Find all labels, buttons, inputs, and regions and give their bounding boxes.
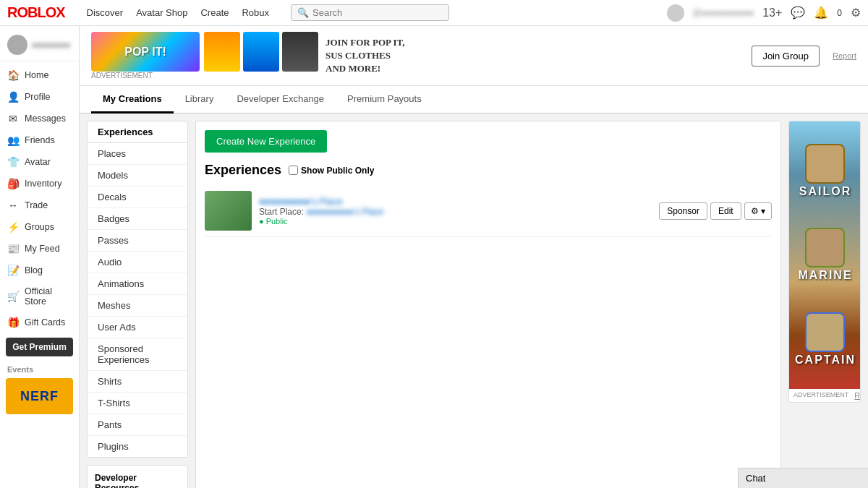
left-nav-passes[interactable]: Passes <box>88 230 187 252</box>
sidebar-label-official-store: Official Store <box>25 286 72 307</box>
show-public-label[interactable]: Show Public Only <box>289 166 374 176</box>
nav-links: Discover Avatar Shop Create Robux <box>87 7 270 18</box>
tab-developer-exchange[interactable]: Developer Exchange <box>225 86 336 114</box>
left-nav-experiences[interactable]: Experiences <box>88 121 187 143</box>
trade-icon: ↔ <box>7 200 19 211</box>
search-icon: 🔍 <box>297 7 309 18</box>
create-new-experience-button[interactable]: Create New Experience <box>205 130 327 153</box>
dev-resources-box: Developer Resources Studio Docs Communit… <box>87 465 188 488</box>
sidebar-label-groups: Groups <box>25 222 54 232</box>
nav-avatar-shop[interactable]: Avatar Shop <box>136 7 187 18</box>
left-nav-decals[interactable]: Decals <box>88 187 187 208</box>
right-ad-bottom: ADVERTISEMENT Report <box>789 389 860 402</box>
sidebar-item-inventory[interactable]: 🎒 Inventory <box>0 173 79 194</box>
right-ad: SAILOR MARINE CAPTAIN ADVERTISEMENT <box>788 121 861 488</box>
right-ad-box: SAILOR MARINE CAPTAIN ADVERTISEMENT <box>788 121 861 403</box>
get-premium-button[interactable]: Get Premium <box>6 338 73 356</box>
right-ad-report-link[interactable]: Report <box>854 391 861 400</box>
nav-create[interactable]: Create <box>200 7 229 18</box>
username-display[interactable]: @●●●●●●●●●● <box>693 8 754 18</box>
toy-3 <box>282 32 318 72</box>
nerf-event-banner[interactable]: NERF <box>6 378 73 414</box>
left-nav: Experiences Places Models Decals Badges … <box>87 121 188 488</box>
experience-thumbnail <box>205 191 252 231</box>
notifications-icon[interactable]: 🔔 <box>814 6 828 20</box>
tab-my-creations[interactable]: My Creations <box>91 86 174 114</box>
soldier-marine: MARINE <box>798 228 852 282</box>
show-public-text: Show Public Only <box>301 166 374 176</box>
sidebar-label-blog: Blog <box>25 265 43 275</box>
experience-name[interactable]: ●●●●●●●●●'s Place <box>259 196 652 207</box>
sidebar-item-avatar[interactable]: 👕 Avatar <box>0 151 79 173</box>
left-nav-sponsored-exp[interactable]: Sponsored Experiences <box>88 338 187 371</box>
chat-icon[interactable]: 💬 <box>791 6 805 20</box>
left-nav-meshes[interactable]: Meshes <box>88 295 187 317</box>
experience-start-place: Start Place: ●●●●●●●●●'s Place <box>259 207 652 217</box>
right-ad-image: SAILOR MARINE CAPTAIN <box>789 121 861 389</box>
soldier-sailor: SAILOR <box>799 144 851 198</box>
nav-robux[interactable]: Robux <box>242 7 269 18</box>
pop-it-toys <box>204 32 318 72</box>
left-nav-models[interactable]: Models <box>88 165 187 187</box>
groups-icon: ⚡ <box>7 221 19 233</box>
tab-library[interactable]: Library <box>174 86 226 114</box>
experiences-heading: Experiences <box>205 163 281 178</box>
sidebar-item-official-store[interactable]: 🛒 Official Store <box>0 281 79 312</box>
left-nav-pants[interactable]: Pants <box>88 414 187 436</box>
sidebar-item-groups[interactable]: ⚡ Groups <box>0 216 79 238</box>
sidebar-avatar[interactable] <box>7 35 27 55</box>
sidebar-item-friends[interactable]: 👥 Friends <box>0 129 79 151</box>
sidebar-item-messages[interactable]: ✉ Messages <box>0 108 79 129</box>
store-icon: 🛒 <box>7 291 19 302</box>
chat-bar[interactable]: Chat <box>738 468 868 488</box>
main-content: POP IT! ADVERTISEMENT JOIN FOR POP IT,SU… <box>80 26 868 488</box>
sidebar-item-profile[interactable]: 👤 Profile <box>0 86 79 108</box>
age-rating: 13+ <box>762 7 782 20</box>
start-place-label: Start Place: <box>259 207 304 217</box>
experience-info: ●●●●●●●●●'s Place Start Place: ●●●●●●●●●… <box>259 196 652 226</box>
join-group-button[interactable]: Join Group <box>752 46 820 67</box>
sidebar-item-myfeed[interactable]: 📰 My Feed <box>0 238 79 260</box>
dev-resources-title: Developer Resources <box>95 473 180 488</box>
sidebar-label-trade: Trade <box>25 200 48 210</box>
gift-cards-icon: 🎁 <box>7 317 19 328</box>
sidebar-username: ●●●●●●●● <box>32 40 70 49</box>
settings-icon[interactable]: ⚙ <box>851 6 861 20</box>
start-place-link[interactable]: ●●●●●●●●●'s Place <box>306 207 383 217</box>
roblox-logo[interactable]: ROBLOX <box>7 4 65 21</box>
left-nav-user-ads[interactable]: User Ads <box>88 317 187 338</box>
left-nav-audio[interactable]: Audio <box>88 252 187 273</box>
left-nav-tshirts[interactable]: T-Shirts <box>88 393 187 414</box>
public-status-text: Public <box>266 217 288 226</box>
soldier-captain: CAPTAIN <box>795 312 856 367</box>
nav-discover[interactable]: Discover <box>87 7 124 18</box>
left-nav-shirts[interactable]: Shirts <box>88 371 187 393</box>
left-nav-plugins[interactable]: Plugins <box>88 436 187 457</box>
gear-dropdown-button[interactable]: ⚙ ▾ <box>744 202 772 220</box>
tab-premium-payouts[interactable]: Premium Payouts <box>336 86 433 114</box>
left-nav-animations[interactable]: Animations <box>88 273 187 295</box>
sidebar-item-gift-cards[interactable]: 🎁 Gift Cards <box>0 312 79 333</box>
experience-status: ● Public <box>259 217 652 226</box>
ad-image-area: POP IT! <box>91 32 318 72</box>
content-area: Experiences Places Models Decals Badges … <box>80 114 868 488</box>
sailor-label: SAILOR <box>799 185 851 198</box>
avatar[interactable] <box>667 4 684 22</box>
ad-banner: POP IT! ADVERTISEMENT JOIN FOR POP IT,SU… <box>80 26 868 86</box>
left-nav-places[interactable]: Places <box>88 143 187 165</box>
edit-button[interactable]: Edit <box>710 202 741 220</box>
sidebar-item-home[interactable]: 🏠 Home <box>0 64 79 86</box>
sidebar-item-blog[interactable]: 📝 Blog <box>0 260 79 281</box>
show-public-checkbox[interactable] <box>289 166 298 175</box>
sidebar-label-gift-cards: Gift Cards <box>25 317 65 328</box>
tabs-bar: My Creations Library Developer Exchange … <box>80 86 868 114</box>
sidebar-label-friends: Friends <box>25 135 55 145</box>
events-label: Events <box>0 361 79 375</box>
marine-head <box>805 228 845 267</box>
sponsor-button[interactable]: Sponsor <box>659 202 707 220</box>
left-nav-badges[interactable]: Badges <box>88 208 187 230</box>
sidebar-item-trade[interactable]: ↔ Trade <box>0 194 79 216</box>
search-input[interactable] <box>312 7 443 18</box>
ad-report-link[interactable]: Report <box>833 51 856 60</box>
top-nav: ROBLOX Discover Avatar Shop Create Robux… <box>0 0 868 26</box>
